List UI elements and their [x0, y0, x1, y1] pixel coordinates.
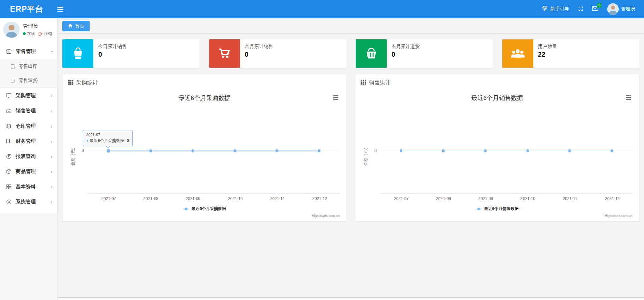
- legend-marker-icon: [183, 208, 189, 210]
- guide-button[interactable]: 新手引导: [542, 6, 569, 12]
- sidebar-menu: 零售管理 ‹ 零售出库 零售退货 采购管理 ‹: [0, 44, 57, 210]
- x-axis-label: 2021-10: [513, 196, 543, 201]
- user-menu[interactable]: 管理员: [607, 3, 635, 15]
- sidebar-item-retail-return[interactable]: 零售退货: [0, 74, 57, 88]
- stat-card-user-count[interactable]: 用户数量 22: [502, 39, 639, 68]
- chevron-left-icon: ‹: [51, 199, 52, 204]
- content-area: 首页 今日累计销售 0: [57, 18, 644, 298]
- logout-label: 注销: [44, 31, 52, 37]
- sidebar-item-purchase[interactable]: 采购管理 ‹: [0, 88, 57, 103]
- tab-home[interactable]: 首页: [62, 21, 90, 31]
- tooltip-series-label: 最近6个月采购数据:: [90, 138, 127, 143]
- highcharts-credits-link[interactable]: Highcharts.com.cn: [312, 214, 340, 218]
- user-name: 管理员: [621, 6, 635, 12]
- legend-label: 最近6个月销售数据: [484, 206, 519, 212]
- chevron-left-icon: ‹: [51, 124, 52, 129]
- sidebar-item-system[interactable]: 系统管理 ‹: [0, 194, 57, 210]
- y-axis-title: 金额（元）: [363, 145, 369, 166]
- stat-cards-row: 今日累计销售 0 本月累计销售 0: [57, 34, 644, 68]
- shopping-bag-icon: [70, 45, 86, 62]
- messages-count-badge: 0: [597, 3, 602, 8]
- x-axis-label: 2021-11: [262, 196, 293, 201]
- sidebar-user-name: 管理员: [23, 23, 52, 29]
- x-axis-label: 2021-07: [386, 196, 417, 201]
- user-avatar: [607, 3, 619, 15]
- sidebar-item-sales[interactable]: 销售管理 ‹: [0, 103, 57, 118]
- x-axis-label: 2021-07: [93, 196, 124, 201]
- x-axis-label: 2021-12: [304, 196, 335, 201]
- shopping-basket-icon: [364, 45, 379, 62]
- x-axis-label: 2021-09: [471, 196, 501, 201]
- sidebar: 管理员 在线 注销 零售管理 ‹: [0, 18, 57, 300]
- legend-marker-icon: [476, 208, 482, 210]
- shopping-cart-icon: [217, 45, 232, 62]
- stat-label: 用户数量: [538, 44, 557, 50]
- gem-icon: [542, 6, 548, 12]
- menu-label: 仓库管理: [16, 123, 36, 129]
- sidebar-toggle-button[interactable]: [57, 7, 63, 12]
- menu-label: 报表查询: [16, 153, 36, 160]
- stat-value: 0: [392, 51, 420, 58]
- gear-icon: [6, 199, 12, 205]
- menu-label: 商品管理: [16, 168, 36, 175]
- online-status-label: 在线: [27, 31, 35, 37]
- sidebar-item-warehouse[interactable]: 仓库管理 ‹: [0, 118, 57, 134]
- sidebar-item-retail[interactable]: 零售管理 ‹: [0, 44, 57, 59]
- submenu-label: 零售出库: [19, 63, 37, 70]
- menu-label: 零售管理: [16, 48, 36, 55]
- menu-label: 销售管理: [16, 108, 36, 114]
- tab-label: 首页: [75, 23, 84, 29]
- x-axis-label: 2021-08: [136, 196, 166, 201]
- menu-label: 系统管理: [16, 199, 36, 205]
- logout-button[interactable]: 注销: [38, 31, 52, 37]
- stat-label: 本月累计进货: [392, 44, 420, 50]
- sidebar-item-retail-out[interactable]: 零售出库: [0, 59, 57, 74]
- x-axis-label: 2021-08: [428, 196, 459, 201]
- highcharts-credits-link[interactable]: Highcharts.com.cn: [604, 214, 632, 218]
- submenu-label: 零售退货: [19, 78, 37, 84]
- x-axis-label: 2021-10: [220, 196, 250, 201]
- x-axis-label: 2021-12: [597, 196, 627, 201]
- panel-title: 采购统计: [76, 79, 98, 86]
- sidebar-user-panel: 管理员 在线 注销: [0, 18, 57, 42]
- chevron-down-icon: ‹: [49, 51, 54, 52]
- retail-submenu: 零售出库 零售退货: [0, 59, 57, 88]
- th-grid-icon: [68, 80, 73, 86]
- pie-chart-icon: [6, 154, 12, 159]
- legend-item[interactable]: 最近6个月销售数据: [355, 206, 639, 212]
- panels-row: 采购统计 最近6个月采购数据 0 金额（元） 2021-: [57, 68, 644, 222]
- legend-item[interactable]: 最近6个月采购数据: [63, 206, 346, 212]
- menu-label: 基本资料: [16, 184, 36, 190]
- messages-button[interactable]: 0: [592, 6, 598, 12]
- guide-label: 新手引导: [550, 6, 569, 12]
- journal-icon: [10, 78, 15, 83]
- chevron-left-icon: ‹: [51, 139, 52, 144]
- book-icon: [6, 138, 12, 144]
- chevron-left-icon: ‹: [51, 169, 52, 174]
- series-dot-icon: ●: [86, 139, 89, 143]
- sidebar-item-finance[interactable]: 财务管理 ‹: [0, 134, 57, 149]
- sidebar-item-basic-data[interactable]: 基本资料 ‹: [0, 179, 57, 194]
- stat-value: 0: [98, 51, 127, 58]
- online-status-icon: [23, 32, 26, 35]
- app-logo[interactable]: ERP平台: [0, 4, 43, 15]
- tooltip-date: 2021-07: [86, 133, 129, 137]
- chevron-left-icon: ‹: [51, 93, 52, 98]
- grid-icon: [6, 184, 12, 190]
- tooltip-arrow-fill: [106, 145, 110, 148]
- stat-card-month-sales[interactable]: 本月累计销售 0: [209, 39, 346, 68]
- fullscreen-button[interactable]: [578, 6, 583, 12]
- stat-label: 今日累计销售: [98, 44, 127, 50]
- briefcase-icon: [6, 108, 12, 114]
- sidebar-item-goods[interactable]: 商品管理 ‹: [0, 164, 57, 179]
- legend-label: 最近6个月采购数据: [191, 206, 226, 212]
- sidebar-item-reports[interactable]: 报表查询 ‹: [0, 149, 57, 164]
- th-grid-icon: [361, 80, 366, 86]
- purchase-chart: 最近6个月采购数据 0 金额（元） 2021-07 2021-08: [63, 90, 346, 220]
- chevron-left-icon: ‹: [51, 154, 52, 159]
- stat-card-month-purchase[interactable]: 本月累计进货 0: [356, 39, 493, 68]
- stat-card-today-sales[interactable]: 今日累计销售 0: [62, 39, 199, 68]
- cube-icon: [6, 169, 12, 174]
- fullscreen-icon: [578, 6, 583, 12]
- sales-chart: 最近6个月销售数据 0 金额（元） 2021-07 2021-08: [355, 90, 639, 220]
